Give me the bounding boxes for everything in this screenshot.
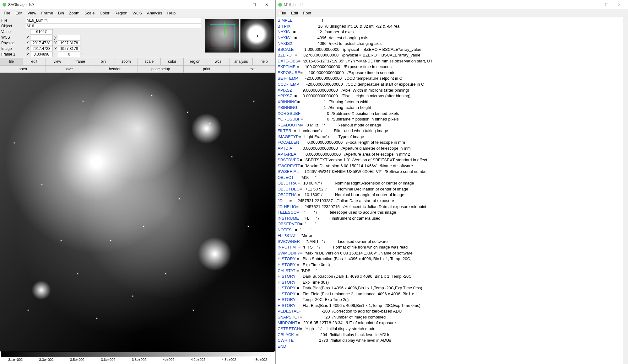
maximize-button[interactable]: ☐ <box>600 0 613 9</box>
menu-bin[interactable]: Bin <box>56 10 67 16</box>
thumbnail-panel <box>204 18 275 57</box>
colorbar-ticks: 3.1e+0023.3e+0023.5e+0023.6e+0023.8e+002… <box>0 357 275 361</box>
tab-zoom[interactable]: zoom <box>115 58 138 65</box>
value-label: Value <box>0 29 25 34</box>
menu-edit[interactable]: Edit <box>13 10 25 16</box>
menu-region[interactable]: Region <box>112 10 130 16</box>
btn-header[interactable]: header <box>92 66 138 72</box>
file-label: File <box>0 18 25 23</box>
ds9-titlebar[interactable]: SAOImage ds9 — ☐ ✕ <box>0 0 275 9</box>
tab-view[interactable]: view <box>46 58 69 65</box>
minimize-button[interactable]: — <box>588 0 600 9</box>
wcs-label: WCS <box>0 35 25 40</box>
menu-edit[interactable]: Edit <box>289 10 300 16</box>
tab-analysis[interactable]: analysis <box>230 58 253 65</box>
header-menubar: FileEditFont <box>276 9 628 17</box>
tick: 3.5e+002 <box>70 358 84 361</box>
tab-scale[interactable]: scale <box>138 58 161 65</box>
tab-help[interactable]: help <box>253 58 275 65</box>
menu-color[interactable]: Color <box>97 10 112 16</box>
menu-scale[interactable]: Scale <box>82 10 97 16</box>
menu-zoom[interactable]: Zoom <box>67 10 82 16</box>
image-label: Image <box>0 46 25 51</box>
btn-print[interactable]: print <box>184 66 230 72</box>
info-panel: FileM16_Lum.fit ObjectM16 Value61667 WCS… <box>0 17 275 58</box>
menu-help[interactable]: Help <box>165 10 178 16</box>
tick: 3.6e+002 <box>101 358 115 361</box>
tab-edit[interactable]: edit <box>23 58 46 65</box>
image-x: 2917.4728 <box>30 46 53 51</box>
colorbar-area: 3.1e+0023.3e+0023.5e+0023.6e+0023.8e+002… <box>0 351 275 364</box>
frame-x: 0.334898 <box>30 52 53 57</box>
header-title: M16_Lum.fit <box>284 3 305 7</box>
tick: 4.2e+002 <box>191 358 205 361</box>
close-button[interactable]: ✕ <box>260 0 273 9</box>
tick: 4.5e+002 <box>253 358 267 361</box>
btn-save[interactable]: save <box>46 66 92 72</box>
physical-y: 1927.8178 <box>58 40 80 46</box>
wcs-y <box>58 35 80 40</box>
close-button[interactable]: ✕ <box>613 0 625 9</box>
file-value: M16_Lum.fit <box>25 18 201 23</box>
frame-label: Frame 1 <box>0 52 25 56</box>
main-button-bar: fileeditviewframebinzoomscalecolorregion… <box>0 58 275 65</box>
btn-page-setup[interactable]: page setup <box>138 66 184 72</box>
colorbar[interactable] <box>1 351 274 357</box>
maximize-button[interactable]: ☐ <box>248 0 260 9</box>
ds9-window: SAOImage ds9 — ☐ ✕ FileEditViewFrameBinZ… <box>0 0 276 364</box>
tick: 3.3e+002 <box>39 358 54 361</box>
menu-file[interactable]: File <box>1 10 13 16</box>
tick: 3.8e+002 <box>132 358 146 361</box>
tab-region[interactable]: region <box>184 58 207 65</box>
menu-wcs[interactable]: WCS <box>130 10 144 16</box>
minimize-button[interactable]: — <box>235 0 248 9</box>
header-titlebar[interactable]: M16_Lum.fit — ☐ ✕ <box>276 0 628 9</box>
header-app-icon <box>278 3 282 7</box>
tab-wcs[interactable]: wcs <box>207 58 230 65</box>
tab-color[interactable]: color <box>161 58 184 65</box>
tab-frame[interactable]: frame <box>69 58 92 65</box>
physical-x: 2917.4728 <box>30 40 53 46</box>
tab-file[interactable]: file <box>0 58 23 65</box>
image-y: 1927.8178 <box>58 46 80 51</box>
menu-frame[interactable]: Frame <box>39 10 56 16</box>
btn-open[interactable]: open <box>0 66 46 72</box>
btn-exit[interactable]: exit <box>230 66 275 72</box>
menu-file[interactable]: File <box>277 10 289 16</box>
ds9-title: SAOImage ds9 <box>8 3 34 7</box>
frame-y: 0 <box>58 52 80 57</box>
wcs-x <box>30 35 53 40</box>
sub-button-bar: opensaveheaderpage setupprintexit <box>0 65 275 73</box>
menu-analysis[interactable]: Analysis <box>144 10 165 16</box>
fits-header-text[interactable]: SIMPLE = T BITPIX = 16 /8 unsigned int, … <box>276 17 623 364</box>
magnifier-thumbnail[interactable] <box>240 19 274 53</box>
header-window: M16_Lum.fit — ☐ ✕ FileEditFont SIMPLE = … <box>276 0 628 364</box>
ds9-menubar: FileEditViewFrameBinZoomScaleColorRegion… <box>0 9 275 17</box>
physical-label: Physical <box>0 41 25 45</box>
tick: 4.3e+002 <box>222 358 236 361</box>
ds9-app-icon <box>3 3 6 7</box>
object-value: M16 <box>25 24 201 29</box>
tick: 3.1e+002 <box>8 358 23 361</box>
object-label: Object <box>0 24 25 28</box>
value-value: 61667 <box>30 29 53 35</box>
tick: 4e+002 <box>163 358 174 361</box>
vertical-scrollbar[interactable] <box>623 17 628 364</box>
tab-bin[interactable]: bin <box>92 58 115 65</box>
menu-font[interactable]: Font <box>300 10 314 16</box>
image-display[interactable] <box>0 73 275 351</box>
menu-view[interactable]: View <box>25 10 39 16</box>
panner-thumbnail[interactable] <box>205 19 239 53</box>
